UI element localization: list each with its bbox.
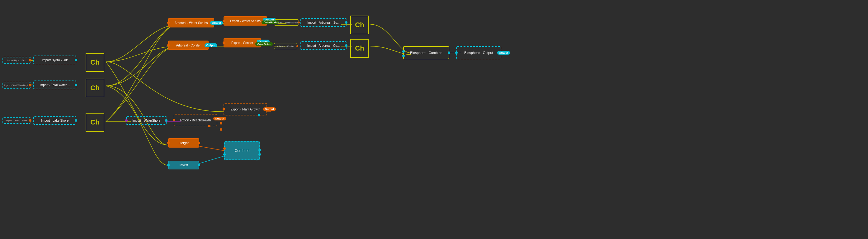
svg-point-16 xyxy=(220,122,222,125)
arboreal-conifer-node[interactable]: Arboreal - Conifer Output xyxy=(168,41,209,50)
output-badge-2: Output xyxy=(205,43,218,47)
export-total-waterdepth-node[interactable]: Export - Total WaterDepth xyxy=(2,82,31,88)
output-badge-5: Output xyxy=(263,107,276,111)
import-hydro-out-node[interactable]: Import Hydro - Out xyxy=(33,56,76,64)
biosphere-output-node[interactable]: Biosphere - Output Output xyxy=(456,46,501,59)
export-water-scrubs-node[interactable]: Export - Water Scrubs Output ColorGuide xyxy=(223,16,267,26)
import-watershore-label: Import - WaterShore xyxy=(132,119,160,122)
ch1-node[interactable]: Ch xyxy=(86,53,104,72)
biosphere-output-label: Biosphere - Output xyxy=(464,51,493,55)
invert-label: Invert xyxy=(179,163,188,167)
biosphere-combine-node[interactable]: Biosphere - Combine xyxy=(403,46,449,59)
export-beachgrowth-label: Export - BeachGrowth xyxy=(180,118,211,122)
node-canvas: Import Hydro - Out Export - Total WaterD… xyxy=(0,0,868,239)
export-total-label: Export - Total WaterDepth xyxy=(4,84,29,86)
import-lake-shore-node[interactable]: Import - Lake Shore xyxy=(33,116,76,125)
hydrosphere-depth-node[interactable]: Import Hydro - Out xyxy=(2,57,31,64)
ch1-label: Ch xyxy=(90,58,99,67)
export-beachgrowth-node[interactable]: Export - BeachGrowth Output xyxy=(174,114,217,126)
export-plant-growth-label: Export - Plant Growth xyxy=(230,108,260,111)
export-water-scrubs-label: Export - Water Scrubs xyxy=(230,19,260,23)
import-arboreal-sc-node[interactable]: Import - Arboreal - Sc... xyxy=(301,18,346,27)
export-conifer-label: Export - Conifer xyxy=(231,41,253,45)
arboreal-conifer-small: Arboreal - Conifer xyxy=(274,43,297,49)
export-lakes-label: Export - Lakes - Shore xyxy=(6,120,27,122)
biosphere-combine-label: Biosphere - Combine xyxy=(410,51,442,55)
ch5-label: Ch xyxy=(355,44,364,52)
output-badge-1: Output xyxy=(210,21,223,25)
import-total-water-node[interactable]: Import - Total Water.... xyxy=(33,80,76,89)
ch4-node[interactable]: Ch xyxy=(350,16,369,34)
import-arboreal-sc-label: Import - Arboreal - Sc... xyxy=(307,21,339,24)
ch2-label: Ch xyxy=(90,84,99,92)
arboreal-conifer-label: Arboreal - Conifer xyxy=(176,44,201,47)
arboreal-water-scrubs-small: Arboreal - Water Scrubs xyxy=(274,19,299,26)
colorguide-badge-2: ColorGuide xyxy=(255,42,273,46)
export-conifer-node[interactable]: Export - Conifer Output ColorGuide xyxy=(223,38,261,47)
hydrosphere-depth-label: Import Hydro - Out xyxy=(7,59,26,61)
ch3-label: Ch xyxy=(90,118,99,126)
combine-label: Combine xyxy=(235,149,249,153)
ch5-node[interactable]: Ch xyxy=(350,39,369,58)
export-plant-growth-node[interactable]: Export - Plant Growth Output xyxy=(223,103,267,115)
arboreal-water-scrubs-node[interactable]: Arboreal - Water Scrubs Output xyxy=(168,18,214,27)
output-badge-6: Output xyxy=(213,117,226,121)
import-arboreal-co-label: Import - Arboreal - Co... xyxy=(307,44,340,47)
import-arboreal-co-node[interactable]: Import - Arboreal - Co... xyxy=(301,41,346,50)
import-lake-shore-label: Import - Lake Shore xyxy=(41,119,68,122)
combine-node[interactable]: Combine xyxy=(224,141,260,160)
arboreal-water-scrubs-label: Arboreal - Water Scrubs xyxy=(175,21,208,25)
ch4-label: Ch xyxy=(355,21,364,29)
import-watershore-node[interactable]: Import - WaterShore xyxy=(126,116,166,125)
invert-node[interactable]: Invert xyxy=(168,161,199,169)
export-lakes-shore-node[interactable]: Export - Lakes - Shore xyxy=(2,117,31,124)
svg-point-17 xyxy=(220,128,222,131)
import-total-water-label: Import - Total Water.... xyxy=(39,83,70,87)
height-label: Height xyxy=(179,141,189,145)
ch2-node[interactable]: Ch xyxy=(86,79,104,97)
height-node[interactable]: Height xyxy=(168,138,199,148)
ch3-node[interactable]: Ch xyxy=(86,113,104,132)
import-hydro-label: Import Hydro - Out xyxy=(42,58,68,62)
output-badge-7: Output xyxy=(497,51,510,55)
